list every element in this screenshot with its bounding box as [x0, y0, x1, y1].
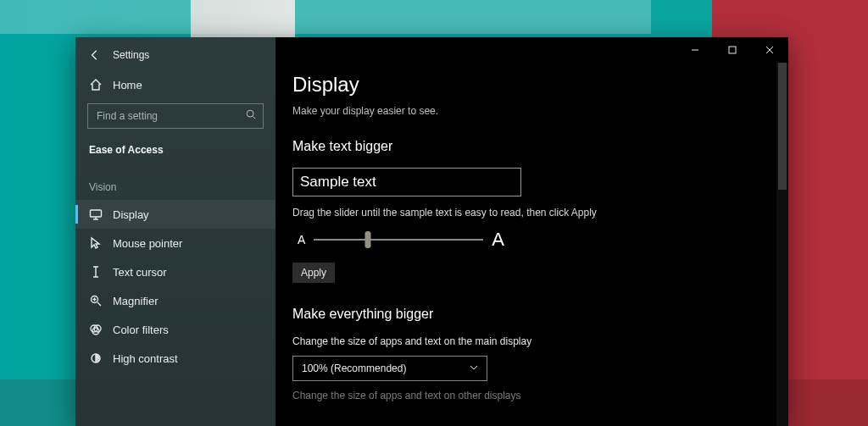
vertical-scrollbar[interactable] [776, 63, 788, 426]
sidebar-item-label: Magnifier [113, 295, 158, 307]
text-size-slider-row: A A [292, 229, 771, 251]
sidebar-item-label: High contrast [113, 352, 178, 365]
search-wrap [87, 103, 264, 129]
page-title: Display [292, 73, 771, 97]
sidebar-item-label: Color filters [113, 324, 169, 336]
sample-text: Sample text [300, 174, 376, 191]
mouse-pointer-icon [89, 236, 103, 250]
settings-window: Settings Home Ease of Access Vision Disp… [75, 37, 788, 426]
content-pane: Display Make your display easier to see.… [275, 37, 788, 426]
sample-text-preview: Sample text [292, 168, 521, 196]
scrollbar-thumb[interactable] [778, 63, 787, 190]
display-icon [89, 207, 103, 221]
svg-point-0 [247, 110, 253, 117]
sidebar-item-label: Mouse pointer [113, 237, 182, 250]
search-input[interactable] [87, 103, 264, 129]
sidebar-item-high-contrast[interactable]: High contrast [75, 344, 275, 373]
apply-button[interactable]: Apply [292, 263, 335, 283]
home-icon [89, 78, 103, 91]
search-icon [245, 108, 257, 124]
make-text-bigger-heading: Make text bigger [292, 139, 771, 154]
sidebar: Settings Home Ease of Access Vision Disp… [75, 37, 275, 426]
high-contrast-icon [89, 351, 103, 365]
sidebar-item-mouse-pointer[interactable]: Mouse pointer [75, 229, 275, 257]
chevron-down-icon [470, 362, 478, 374]
back-icon[interactable] [89, 49, 101, 61]
breadcrumb: Ease of Access [75, 144, 275, 169]
make-everything-bigger-heading: Make everything bigger [292, 307, 771, 322]
other-displays-link[interactable]: Change the size of apps and text on othe… [292, 390, 771, 401]
sidebar-item-text-cursor[interactable]: Text cursor [75, 257, 275, 286]
sidebar-item-display[interactable]: Display [75, 200, 275, 229]
text-cursor-icon [89, 265, 103, 279]
sidebar-item-color-filters[interactable]: Color filters [75, 315, 275, 344]
sidebar-item-magnifier[interactable]: Magnifier [75, 286, 275, 315]
sidebar-item-label: Display [113, 208, 149, 221]
scale-dropdown[interactable]: 100% (Recommended) [292, 356, 487, 381]
slider-hint: Drag the slider until the sample text is… [292, 207, 771, 219]
nav-group-title: Vision [75, 169, 275, 200]
text-size-slider[interactable] [314, 239, 483, 241]
svg-rect-1 [91, 210, 102, 217]
scale-dropdown-value: 100% (Recommended) [302, 362, 406, 374]
color-filters-icon [89, 323, 103, 336]
scale-label: Change the size of apps and text on the … [292, 335, 771, 347]
content-scroll-region: Display Make your display easier to see.… [275, 37, 788, 426]
magnifier-icon [89, 294, 103, 307]
app-title: Settings [113, 49, 149, 61]
slider-thumb[interactable] [365, 231, 371, 248]
home-link[interactable]: Home [75, 75, 275, 103]
titlebar: Settings [75, 47, 275, 75]
slider-max-label: A [492, 229, 504, 251]
sidebar-item-label: Text cursor [113, 266, 167, 279]
slider-min-label: A [298, 233, 305, 246]
home-label: Home [113, 79, 142, 91]
page-subtitle: Make your display easier to see. [292, 105, 771, 117]
